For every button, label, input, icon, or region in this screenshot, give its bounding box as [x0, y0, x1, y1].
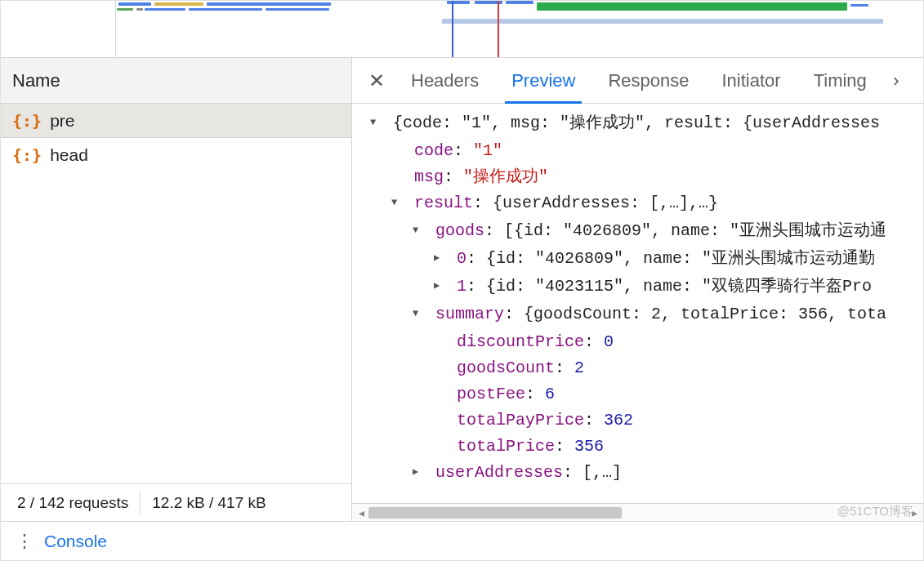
requests-list[interactable]: {:} pre {:} head [1, 104, 351, 483]
timeline-left-cluster [115, 1, 344, 57]
tree-postFee[interactable]: postFee: 6 [367, 381, 923, 407]
timeline-right-cluster [442, 1, 899, 57]
tab-initiator[interactable]: Initiator [705, 58, 797, 103]
timeline-overview[interactable] [1, 1, 923, 58]
tree-msg[interactable]: msg: "操作成功" [367, 164, 923, 190]
preview-tree-wrap: {code: "1", msg: "操作成功", result: {userAd… [352, 104, 923, 521]
devtools-network-panel: Name {:} pre {:} head 2 / 142 requests 1… [0, 0, 924, 561]
requests-status-bar: 2 / 142 requests 12.2 kB / 417 kB [1, 483, 351, 521]
expand-toggle-icon[interactable] [434, 246, 447, 274]
horizontal-scrollbar[interactable]: ◂ ▸ [352, 503, 923, 521]
expand-toggle-icon[interactable] [370, 110, 383, 138]
drawer-menu-icon[interactable]: ⋮ [16, 531, 31, 552]
tree-result[interactable]: result: {userAddresses: [,…],…} [367, 190, 923, 218]
tree-goods-0[interactable]: 0: {id: "4026809", name: "亚洲头围城市运动通勤 [367, 246, 923, 274]
tree-totalPayPrice[interactable]: totalPayPrice: 362 [367, 407, 923, 434]
tree-userAddresses[interactable]: userAddresses: [,…] [367, 460, 923, 488]
expand-toggle-icon[interactable] [413, 301, 426, 329]
expand-toggle-icon[interactable] [391, 190, 404, 218]
domcontentloaded-marker [452, 1, 453, 58]
tree-totalPrice[interactable]: totalPrice: 356 [367, 434, 923, 460]
scroll-right-icon[interactable]: ▸ [907, 506, 922, 519]
status-separator [140, 492, 141, 514]
tree-goods[interactable]: goods: [{id: "4026809", name: "亚洲头围城市运动通 [367, 218, 923, 246]
request-row-head[interactable]: {:} head [1, 138, 351, 172]
close-detail-button[interactable]: ✕ [359, 58, 395, 103]
expand-toggle-icon[interactable] [413, 218, 426, 246]
tabs-overflow-button[interactable]: › [883, 58, 909, 103]
tree-code[interactable]: code: "1" [367, 138, 923, 164]
load-marker [498, 1, 499, 58]
scroll-left-icon[interactable]: ◂ [354, 506, 368, 519]
tree-root[interactable]: {code: "1", msg: "操作成功", result: {userAd… [367, 110, 923, 138]
main-split: Name {:} pre {:} head 2 / 142 requests 1… [1, 58, 923, 521]
tree-goods-1[interactable]: 1: {id: "4023115", name: "双镜四季骑行半盔Pro [367, 274, 923, 301]
console-drawer: ⋮ Console [1, 521, 923, 560]
expand-toggle-icon[interactable] [434, 274, 447, 301]
preview-json-tree[interactable]: {code: "1", msg: "操作成功", result: {userAd… [352, 104, 923, 488]
tab-preview[interactable]: Preview [495, 58, 591, 103]
json-icon: {:} [12, 145, 42, 165]
tab-headers[interactable]: Headers [395, 58, 495, 103]
request-name: head [50, 145, 88, 165]
tree-summary[interactable]: summary: {goodsCount: 2, totalPrice: 356… [367, 301, 923, 329]
json-icon: {:} [12, 111, 42, 131]
tab-timing[interactable]: Timing [797, 58, 883, 103]
tab-response[interactable]: Response [591, 58, 705, 103]
console-tab[interactable]: Console [44, 532, 107, 551]
status-request-count: 2 / 142 requests [1, 494, 128, 512]
status-transfer-size: 12.2 kB / 417 kB [152, 494, 266, 512]
expand-toggle-icon[interactable] [413, 460, 426, 488]
request-row-pre[interactable]: {:} pre [1, 104, 351, 138]
tree-discountPrice[interactable]: discountPrice: 0 [367, 329, 923, 355]
request-name: pre [50, 111, 74, 131]
detail-tabs: ✕ Headers Preview Response Initiator Tim… [352, 58, 923, 104]
scrollbar-thumb[interactable] [368, 507, 622, 519]
request-detail-panel: ✕ Headers Preview Response Initiator Tim… [352, 58, 923, 521]
tree-goodsCount[interactable]: goodsCount: 2 [367, 355, 923, 381]
scrollbar-track[interactable] [368, 507, 907, 519]
requests-header-name[interactable]: Name [1, 58, 351, 104]
requests-panel: Name {:} pre {:} head 2 / 142 requests 1… [1, 58, 352, 521]
